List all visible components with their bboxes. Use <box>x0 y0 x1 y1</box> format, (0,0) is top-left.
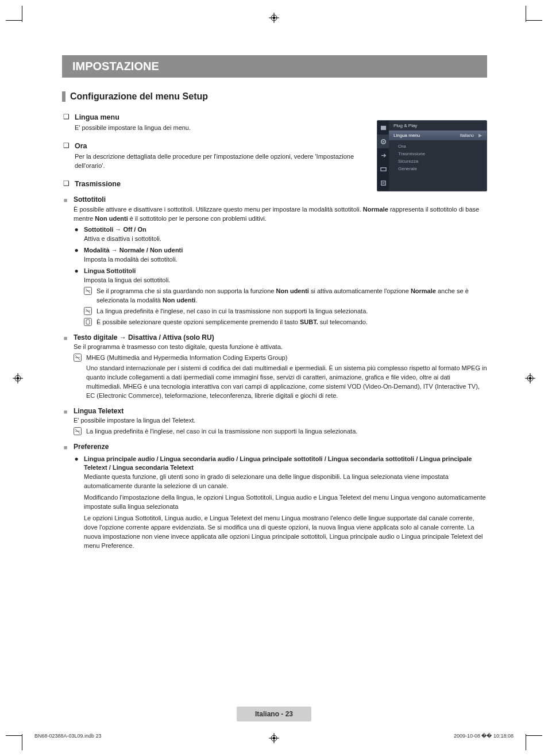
bullet-square-icon: ❑ <box>62 179 70 189</box>
item-description: E' possibile impostare la lingua dei men… <box>75 124 361 133</box>
bullet-dot-icon: ● <box>74 267 79 275</box>
crop-mark <box>526 734 526 750</box>
list-item-title: Sottotitoli → Off / On <box>84 225 487 235</box>
item-trasmissione: ❑ Trasmissione <box>62 179 361 189</box>
list-item-paragraph: Le opzioni Lingua Sottotitoli, Lingua au… <box>84 514 487 551</box>
note-icon <box>84 307 93 315</box>
note: Se il programma che si sta guardando non… <box>84 287 487 305</box>
content-area: IMPOSTAZIONE Configurazione del menu Set… <box>62 55 487 551</box>
item-title: Lingua menu <box>75 112 119 122</box>
osd-sublist: Ora Trasmissione Sicurezza Generale <box>389 140 487 175</box>
remote-button-icon <box>84 318 93 326</box>
crop-mark <box>6 735 22 736</box>
bullet-filled-square-icon: ■ <box>62 443 69 452</box>
note-text: La lingua predefinita è l'inglese, nel c… <box>86 427 487 436</box>
bullet-filled-square-icon: ■ <box>62 196 69 205</box>
crop-mark <box>6 20 22 21</box>
subitem-lingua-teletext: ■ Lingua Teletext E' possibile impostare… <box>62 406 487 436</box>
subitem-paragraph: Uno standard internazionale per i sistem… <box>86 364 487 401</box>
item-description: Per la descrizione dettagliata delle pro… <box>75 152 361 171</box>
crop-mark <box>22 734 22 750</box>
page: IMPOSTAZIONE Configurazione del menu Set… <box>0 0 548 756</box>
list-item-paragraph: Mediante questa funzione, gli utenti son… <box>84 473 487 491</box>
heading-configurazione: Configurazione del menu Setup <box>70 91 208 102</box>
registration-mark-icon <box>269 733 279 743</box>
subitem-description: Se il programma è trasmesso con testo di… <box>74 343 487 352</box>
subitem-title: Testo digitale → Disattiva / Attiva (sol… <box>74 333 487 343</box>
registration-mark-icon <box>525 373 535 383</box>
list-item: ● Lingua principale audio / Lingua secon… <box>74 455 487 551</box>
svg-rect-22 <box>380 125 385 129</box>
crop-mark <box>526 6 526 22</box>
note: È possibile selezionare queste opzioni s… <box>84 318 487 327</box>
note-icon <box>74 354 83 362</box>
note: La lingua predefinita è l'inglese, nel c… <box>84 307 487 316</box>
item-title: Ora <box>75 141 87 151</box>
heading-accent <box>62 91 65 102</box>
osd-main: Plug & Play Lingua menu Italiano▶ Ora Tr… <box>389 121 487 191</box>
footer-timestamp: 2009-10-08 �� 10:18:08 <box>454 733 514 739</box>
item-lingua-menu: ❑ Lingua menu <box>62 112 361 122</box>
bullet-filled-square-icon: ■ <box>62 334 69 343</box>
subitem-description: E' possibile impostare la lingua del Tel… <box>74 416 487 425</box>
osd-row-sicurezza: Sicurezza <box>398 158 482 165</box>
osd-row-trasmissione: Trasmissione <box>398 150 482 158</box>
crop-mark <box>526 20 542 21</box>
list-item: ● Sottotitoli → Off / On Attiva e disatt… <box>74 225 487 244</box>
list-item-title: Modalità → Normale / Non udenti <box>84 246 487 255</box>
osd-tab-application <box>377 162 389 176</box>
osd-tab-input <box>377 148 389 162</box>
note-text: MHEG (Multimedia and Hypermedia Informat… <box>86 354 487 363</box>
list-item: ● Modalità → Normale / Non udenti Impost… <box>74 246 487 264</box>
footer-filename: BN68-02388A-03L09.indb 23 <box>34 733 102 739</box>
heading-row: Configurazione del menu Setup <box>62 91 487 102</box>
list-item-desc: Imposta la lingua dei sottotitoli. <box>84 276 487 285</box>
svg-rect-25 <box>380 167 385 171</box>
item-ora: ❑ Ora <box>62 141 361 151</box>
section-title-impostazione: IMPOSTAZIONE <box>62 55 487 78</box>
osd-tab-setup <box>377 135 389 148</box>
osd-menu-screenshot: Plug & Play Lingua menu Italiano▶ Ora Tr… <box>377 120 487 191</box>
subitem-title: Preferenze <box>74 442 487 452</box>
subitem-description: È possibile attivare e disattivare i sot… <box>74 205 487 224</box>
osd-row-plug-play: Plug & Play <box>389 121 487 131</box>
bullet-square-icon: ❑ <box>62 141 70 151</box>
osd-sidebar <box>377 121 389 191</box>
osd-row-lingua-menu: Lingua menu Italiano▶ <box>389 131 487 140</box>
osd-row-generale: Generale <box>398 165 482 172</box>
svg-rect-19 <box>86 320 90 324</box>
list-item-paragraph: Modificando l'impostazione della lingua,… <box>84 493 487 512</box>
note-icon <box>74 427 83 435</box>
subitem-title: Lingua Teletext <box>74 406 487 416</box>
svg-rect-26 <box>381 181 385 185</box>
note-text: Se il programma che si sta guardando non… <box>97 287 487 305</box>
svg-rect-18 <box>84 318 92 325</box>
subitem-testo-digitale: ■ Testo digitale → Disattiva / Attiva (s… <box>62 333 487 401</box>
item-title: Trasmissione <box>75 179 121 189</box>
note: La lingua predefinita è l'inglese, nel c… <box>74 427 487 436</box>
note-text: La lingua predefinita è l'inglese, nel c… <box>97 307 487 316</box>
osd-tab-support <box>377 176 389 190</box>
osd-tab-picture <box>377 121 389 135</box>
osd-row-ora: Ora <box>398 143 482 150</box>
list-item: ● Lingua Sottotitoli Imposta la lingua d… <box>74 267 487 327</box>
note-text: È possibile selezionare queste opzioni s… <box>97 318 487 327</box>
list-item-desc: Attiva e disattiva i sottotitoli. <box>84 235 487 244</box>
list-item-title: Lingua principale audio / Lingua seconda… <box>84 455 487 473</box>
subitem-title: Sottotitoli <box>74 195 487 205</box>
registration-mark-icon <box>269 13 279 23</box>
bullet-square-icon: ❑ <box>62 112 70 122</box>
crop-mark <box>22 6 22 22</box>
bullet-filled-square-icon: ■ <box>62 408 69 417</box>
registration-mark-icon <box>13 373 23 383</box>
note-icon <box>84 287 93 295</box>
note: MHEG (Multimedia and Hypermedia Informat… <box>74 354 487 363</box>
chevron-right-icon: ▶ <box>478 133 482 138</box>
list-item-desc: Imposta la modalità dei sottotitoli. <box>84 255 487 264</box>
svg-point-24 <box>383 141 384 143</box>
crop-mark <box>526 735 542 736</box>
subitem-preferenze: ■ Preferenze ● Lingua principale audio /… <box>62 442 487 551</box>
list-item-title: Lingua Sottotitoli <box>84 267 487 276</box>
page-number-pill: Italiano - 23 <box>237 707 311 722</box>
bullet-dot-icon: ● <box>74 455 79 463</box>
